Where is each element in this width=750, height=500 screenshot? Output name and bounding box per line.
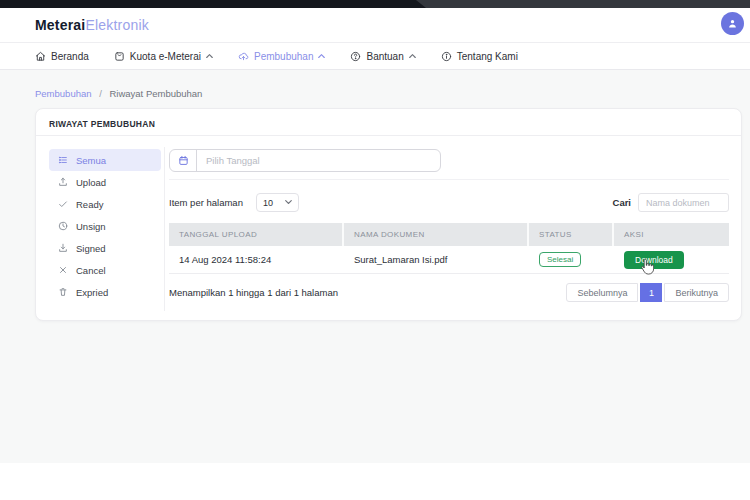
browser-topbar-tab (0, 0, 426, 8)
date-filter[interactable] (169, 149, 441, 172)
sidebar-item-label: Upload (76, 177, 106, 188)
breadcrumb-link-pembubuhan[interactable]: Pembubuhan (35, 88, 92, 99)
nav-label: Beranda (51, 51, 89, 62)
nav-label: Tentang Kami (457, 51, 518, 62)
cell-nama-dokumen: Surat_Lamaran Isi.pdf (344, 254, 529, 265)
riwayat-pembubuhan-card: RIWAYAT PEMBUBUHAN Semua Upload Ready U (35, 108, 742, 321)
next-page-button[interactable]: Berikutnya (664, 283, 729, 302)
sidebar-item-label: Ready (76, 199, 103, 210)
list-icon (58, 155, 68, 165)
check-icon (58, 199, 68, 209)
package-icon (114, 51, 125, 62)
sidebar-item-upload[interactable]: Upload (49, 171, 161, 193)
main-nav: Beranda Kuota e-Meterai Pembubuhan Bantu… (0, 42, 750, 70)
search-label: Cari (613, 197, 631, 208)
filter-sidebar: Semua Upload Ready Unsign Signed (49, 149, 161, 303)
cloud-upload-icon (238, 51, 249, 62)
home-icon (35, 51, 46, 62)
app-header: MeteraiElektronik (0, 8, 750, 42)
brand-logo[interactable]: MeteraiElektronik (35, 17, 149, 33)
breadcrumb-separator: / (99, 88, 102, 99)
clock-icon (58, 221, 68, 231)
upload-icon (58, 177, 68, 187)
items-per-page-value: 10 (263, 198, 273, 208)
column-header-nama-dokumen: NAMA DOKUMEN (344, 223, 529, 246)
avatar-button[interactable] (721, 12, 744, 35)
nav-item-tentang-kami[interactable]: Tentang Kami (441, 51, 518, 62)
sidebar-item-label: Signed (76, 243, 106, 254)
sidebar-item-label: Semua (76, 155, 106, 166)
nav-item-kuota-e-meterai[interactable]: Kuota e-Meterai (114, 51, 213, 62)
column-header-status: STATUS (529, 223, 614, 246)
sidebar-item-label: Cancel (76, 265, 106, 276)
card-main-panel: Item per halaman 10 Cari TANGGAL UPLOAD … (169, 149, 729, 302)
items-per-page-label: Item per halaman (169, 197, 243, 208)
chevron-down-icon (285, 200, 292, 205)
sidebar-item-cancel[interactable]: Cancel (49, 259, 161, 281)
sidebar-item-label: Expried (76, 287, 108, 298)
sidebar-item-ready[interactable]: Ready (49, 193, 161, 215)
cell-tanggal-upload: 14 Aug 2024 11:58:24 (169, 254, 344, 265)
documents-table: TANGGAL UPLOAD NAMA DOKUMEN STATUS AKSI … (169, 223, 729, 274)
page-bottom-strip (0, 463, 750, 500)
sidebar-item-expried[interactable]: Expried (49, 281, 161, 303)
chevron-icon (409, 54, 416, 59)
pagination: Sebelumnya 1 Berikutnya (566, 283, 729, 302)
trash-icon (58, 287, 68, 297)
breadcrumb: Pembubuhan / Riwayat Pembubuhan (35, 88, 202, 99)
nav-item-beranda[interactable]: Beranda (35, 51, 89, 62)
download-tray-icon (58, 243, 68, 253)
nav-label: Pembubuhan (254, 51, 314, 62)
sidebar-divider (164, 147, 165, 311)
column-header-tanggal-upload: TANGGAL UPLOAD (169, 223, 344, 246)
sidebar-item-unsign[interactable]: Unsign (49, 215, 161, 237)
pagination-summary: Menampilkan 1 hingga 1 dari 1 halaman (169, 287, 338, 298)
brand-bold: Meterai (35, 17, 85, 33)
info-icon (441, 51, 452, 62)
current-page-button[interactable]: 1 (640, 283, 662, 302)
help-icon (350, 51, 361, 62)
person-icon (726, 17, 739, 30)
cell-aksi: Download (614, 251, 729, 269)
status-badge: Selesai (539, 252, 581, 267)
cell-status: Selesai (529, 252, 614, 267)
nav-item-pembubuhan[interactable]: Pembubuhan (238, 51, 326, 62)
search-input[interactable] (638, 193, 729, 212)
download-button[interactable]: Download (624, 251, 684, 269)
browser-topbar (0, 0, 750, 8)
chevron-icon (206, 54, 213, 59)
table-row: 14 Aug 2024 11:58:24 Surat_Lamaran Isi.p… (169, 246, 729, 274)
nav-label: Kuota e-Meterai (130, 51, 201, 62)
section-divider (169, 179, 729, 180)
previous-page-button[interactable]: Sebelumnya (566, 283, 638, 302)
table-controls: Item per halaman 10 Cari (169, 193, 729, 212)
sidebar-item-label: Unsign (76, 221, 106, 232)
breadcrumb-current: Riwayat Pembubuhan (109, 88, 202, 99)
table-footer: Menampilkan 1 hingga 1 dari 1 halaman Se… (169, 283, 729, 302)
card-title: RIWAYAT PEMBUBUHAN (49, 119, 155, 129)
column-header-aksi: AKSI (614, 223, 729, 246)
nav-item-bantuan[interactable]: Bantuan (350, 51, 415, 62)
chevron-icon (318, 54, 325, 59)
items-per-page-select[interactable]: 10 (256, 193, 299, 212)
sidebar-item-semua[interactable]: Semua (49, 149, 161, 171)
sidebar-item-signed[interactable]: Signed (49, 237, 161, 259)
calendar-icon[interactable] (170, 150, 197, 171)
brand-light: Elektronik (85, 17, 148, 33)
date-input[interactable] (197, 150, 440, 171)
table-header-row: TANGGAL UPLOAD NAMA DOKUMEN STATUS AKSI (169, 223, 729, 246)
x-icon (58, 265, 68, 275)
nav-label: Bantuan (366, 51, 403, 62)
card-header-divider (36, 135, 741, 136)
